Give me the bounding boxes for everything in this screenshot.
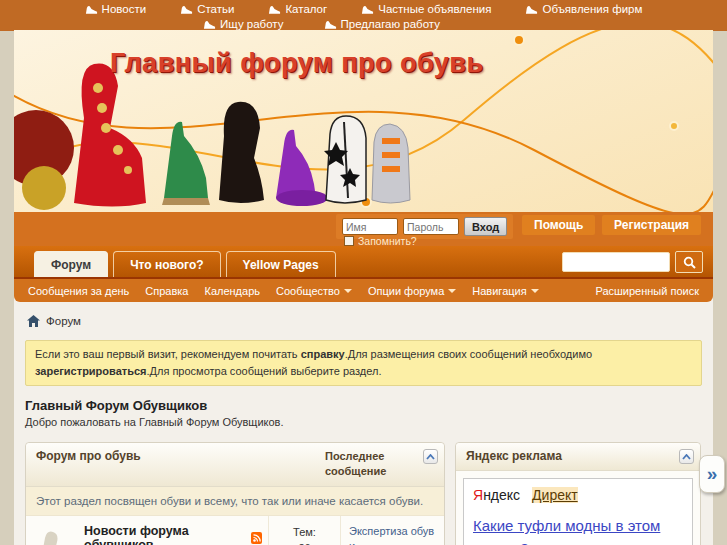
double-chevron-right-icon: » <box>707 463 718 485</box>
nav-private-ads-label: Частные объявления <box>378 3 491 15</box>
last-post-title-link[interactable]: Экспертиза обув и <box>349 524 438 545</box>
collapse-category-button[interactable] <box>423 449 438 464</box>
collapse-ad-button[interactable] <box>679 449 694 464</box>
forum-row: Новости форума обувщиков Обсуждение обув… <box>26 516 444 545</box>
yandex-ya: Я <box>473 487 483 503</box>
forum-title-link[interactable]: Новости форума обувщиков <box>84 524 246 545</box>
tab-whats-new[interactable]: Что нового? <box>113 251 220 277</box>
shoe-icon <box>203 19 216 30</box>
username-input[interactable] <box>342 218 398 235</box>
category-title-link[interactable]: Форум про обувь <box>36 449 141 463</box>
banner-title: Главный форум про обувь <box>110 48 484 79</box>
chevron-up-icon <box>426 454 435 460</box>
topics-count: 26 <box>269 540 340 545</box>
red-sandal <box>74 63 146 206</box>
tab-yellow-pages[interactable]: Yellow Pages <box>226 251 336 277</box>
forum-category-header: Форум про обувь Последнее сообщение <box>26 443 444 487</box>
menu-daily-posts-label: Сообщения за день <box>28 285 129 297</box>
password-input[interactable] <box>403 218 459 235</box>
nav-seek-job[interactable]: Ищу работу <box>203 18 283 30</box>
login-button[interactable]: Вход <box>464 217 507 236</box>
topics-label: Тем: <box>269 524 340 541</box>
gold-sphere <box>22 166 66 210</box>
shoe-icon <box>361 4 374 15</box>
advanced-search-label: Расширенный поиск <box>595 285 699 297</box>
ad-panel-title: Яндекс реклама <box>466 449 562 463</box>
notice-text-3: .Для просмотра сообщений выберите раздел… <box>146 365 381 377</box>
yandex-direct-ad: Яндекс Директ Какие туфли модны в этом с… <box>463 478 693 545</box>
remember-checkbox[interactable] <box>344 236 354 246</box>
yandex-logo[interactable]: Яндекс <box>473 487 520 503</box>
search-button[interactable] <box>675 251 703 273</box>
tab-forum[interactable]: Форум <box>34 251 108 277</box>
search-box <box>562 251 703 273</box>
notice-text-1: Если это ваш первый визит, рекомендуем п… <box>35 348 301 360</box>
yandex-direct-link[interactable]: Директ <box>532 487 578 503</box>
notice-text-2: .Для размещения своих сообщений необходи… <box>345 348 592 360</box>
nav-seek-job-label: Ищу работу <box>220 18 283 30</box>
forum-icon-cell <box>26 516 84 545</box>
shoe-icon <box>525 4 538 15</box>
last-post-column-header: Последнее сообщение <box>325 449 417 480</box>
nav-news[interactable]: Новости <box>85 3 147 15</box>
page-container: Главный форум про обувь Вход Помощь Реги… <box>14 30 713 545</box>
rss-icon[interactable] <box>251 532 262 544</box>
nav-offer-job[interactable]: Предлагаю работу <box>324 18 440 30</box>
forum-shoe-icon <box>33 526 77 545</box>
menu-community[interactable]: Сообщество <box>276 285 352 297</box>
nav-catalog[interactable]: Каталог <box>268 3 327 15</box>
breadcrumb: Форум <box>25 315 702 327</box>
shoe-icon <box>324 19 337 30</box>
nav-catalog-label: Каталог <box>285 3 327 15</box>
tab-strip: Форум Что нового? Yellow Pages <box>14 246 713 279</box>
register-button[interactable]: Регистрация <box>602 215 701 235</box>
chevron-down-icon <box>531 289 539 293</box>
chevron-down-icon <box>344 289 352 293</box>
forum-main-cell: Новости форума обувщиков Обсуждение обув… <box>84 516 268 545</box>
breadcrumb-home-link[interactable]: Форум <box>46 315 81 327</box>
sidebar-expander-button[interactable]: » <box>699 455 725 493</box>
login-band: Вход Помощь Регистрация Запомнить? <box>14 212 713 246</box>
chevron-up-icon <box>682 454 691 460</box>
menu-community-label: Сообщество <box>276 285 340 297</box>
advanced-search-link[interactable]: Расширенный поиск <box>595 285 699 297</box>
menu-navigation[interactable]: Навигация <box>472 285 538 297</box>
register-link[interactable]: зарегистрироваться <box>35 365 146 377</box>
site-banner: Главный форум про обувь <box>14 30 713 212</box>
welcome-title: Главный Форум Обувщиков <box>25 398 702 413</box>
green-pump <box>164 122 208 201</box>
nav-articles[interactable]: Статьи <box>180 3 234 15</box>
nav-company-ads[interactable]: Объявления фирм <box>525 3 642 15</box>
shoes-collage <box>14 58 414 212</box>
nav-articles-label: Статьи <box>197 3 234 15</box>
menu-forum-options[interactable]: Опции форума <box>368 285 456 297</box>
ad-headline-link[interactable]: Какие туфли модны в этом сезоне? <box>473 515 683 545</box>
main-columns: Форум про обувь Последнее сообщение Этот… <box>25 442 702 545</box>
help-link[interactable]: справку <box>301 348 345 360</box>
menu-calendar[interactable]: Календарь <box>204 285 260 297</box>
menu-daily-posts[interactable]: Сообщения за день <box>28 285 129 297</box>
nav-private-ads[interactable]: Частные объявления <box>361 3 491 15</box>
top-nav-row-1: Новости Статьи Каталог Частные объявлени… <box>0 2 727 16</box>
menu-bar: Сообщения за день Справка Календарь Сооб… <box>14 279 713 302</box>
menu-help[interactable]: Справка <box>145 285 188 297</box>
menu-navigation-label: Навигация <box>472 285 526 297</box>
content-area: Форум Если это ваш первый визит, рекомен… <box>14 302 713 545</box>
category-description: Этот раздел посвящен обуви и всему, что … <box>26 487 444 516</box>
chevron-down-icon <box>448 289 456 293</box>
top-nav-bar: Новости Статьи Каталог Частные объявлени… <box>0 0 727 31</box>
ad-panel-header: Яндекс реклама <box>456 443 700 471</box>
search-input[interactable] <box>562 252 670 272</box>
yandex-ad-panel: Яндекс реклама Яндекс Директ Ка <box>455 442 701 545</box>
shoe-icon <box>85 4 98 15</box>
last-post-cell: Экспертиза обув и от snowlady 16.03.2011… <box>340 516 444 545</box>
nav-news-label: Новости <box>102 3 147 15</box>
menu-help-label: Справка <box>145 285 188 297</box>
shoe-icon <box>268 4 281 15</box>
help-button[interactable]: Помощь <box>522 215 595 235</box>
forum-stats-cell: Тем: 26 Сообщений: 400 <box>268 516 340 545</box>
home-icon[interactable] <box>27 315 40 327</box>
first-visit-notice: Если это ваш первый визит, рекомендуем п… <box>25 340 702 386</box>
search-icon <box>683 256 696 269</box>
yandex-logo-line: Яндекс Директ <box>473 487 683 503</box>
